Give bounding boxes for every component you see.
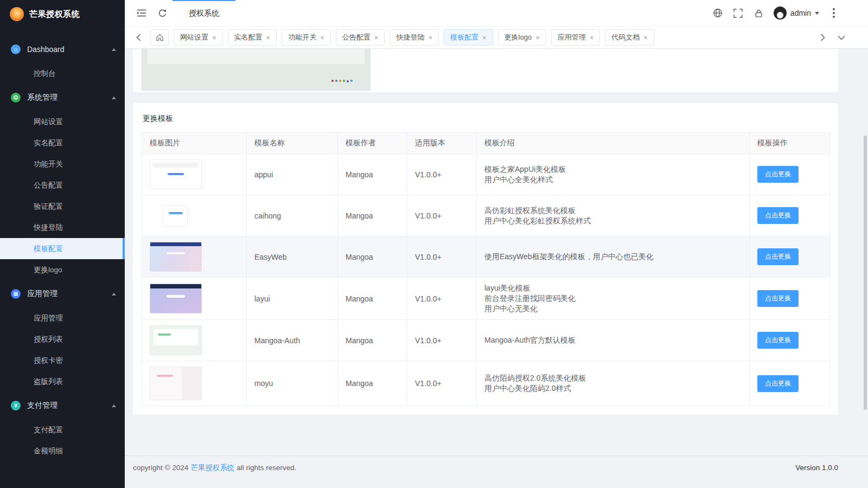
collapse-caret-icon (112, 404, 116, 407)
template-author: Mangoa (338, 361, 407, 406)
close-icon[interactable]: × (535, 34, 540, 41)
template-thumbnail[interactable] (150, 284, 202, 313)
current-template-card (133, 49, 838, 92)
app-root: 芒果授权系统 Dashboard 控制台 系统管理 网站设置 实名配置 功能开关… (0, 0, 868, 488)
fullscreen-icon[interactable] (728, 0, 749, 26)
close-icon[interactable]: × (590, 34, 594, 41)
tab-realname-config[interactable]: 实名配置× (228, 29, 277, 46)
vertical-scrollbar[interactable] (864, 136, 867, 410)
tab-site-settings[interactable]: 网站设置× (174, 29, 223, 46)
template-author: Mangoa (338, 195, 407, 236)
main-column: 授权系统 admin (125, 0, 868, 488)
sidebar-item-auth-list[interactable]: 授权列表 (0, 329, 125, 350)
close-icon[interactable]: × (428, 34, 432, 41)
sidebar-item-site-settings[interactable]: 网站设置 (0, 111, 125, 132)
tab-label: 实名配置 (234, 33, 263, 42)
tab-label: 公告配置 (342, 33, 371, 42)
copyright-prefix: copyright © 2024 (133, 464, 188, 472)
sidebar-section-system[interactable]: 系统管理 (0, 84, 125, 111)
tab-template-config[interactable]: 模板配置× (444, 29, 493, 46)
template-thumbnail[interactable] (150, 159, 202, 189)
app-title: 芒果授权系统 (29, 9, 80, 20)
template-name: appui (247, 154, 338, 195)
sidebar-section-label: Dashboard (27, 45, 112, 54)
close-icon[interactable]: × (266, 34, 271, 41)
language-globe-icon[interactable] (707, 0, 728, 26)
version-label: Version 1.0.0 (795, 464, 838, 472)
sidebar-item-announcement-config[interactable]: 公告配置 (0, 175, 125, 196)
sidebar-item-pay-config[interactable]: 支付配置 (0, 419, 125, 440)
tab-change-logo[interactable]: 更换logo× (498, 29, 546, 46)
sidebar-section-payment[interactable]: 支付管理 (0, 392, 125, 419)
tab-bar: 网站设置× 实名配置× 功能开关× 公告配置× 快捷登陆× 模板配置× 更换lo… (125, 26, 868, 49)
tab-announcement-config[interactable]: 公告配置× (336, 29, 385, 46)
template-thumbnail[interactable] (150, 242, 202, 272)
footer: copyright © 2024芒果授权系统all rights reserve… (125, 455, 868, 479)
close-icon[interactable]: × (212, 34, 216, 41)
col-header-author: 模板作者 (338, 133, 407, 154)
template-intro: Mangoa-Auth官方默认模板 (477, 320, 750, 361)
sidebar-item-feature-switch[interactable]: 功能开关 (0, 153, 125, 175)
template-version: V1.0.0+ (407, 154, 477, 195)
template-thumbnail[interactable] (163, 205, 188, 227)
sidebar-item-realname-config[interactable]: 实名配置 (0, 132, 125, 153)
brand-link[interactable]: 芒果授权系统 (190, 464, 234, 472)
change-template-button[interactable]: 点击更换 (757, 248, 799, 265)
more-options-icon[interactable] (824, 0, 844, 26)
table-row: moyu Mangoa V1.0.0+ 高仿陌屿授权2.0系统美化模板 用户中心… (142, 361, 830, 406)
template-name: layui (247, 278, 338, 320)
sidebar-section-label: 应用管理 (27, 289, 112, 299)
gear-icon (11, 93, 21, 102)
tab-code-docs[interactable]: 代码文档× (605, 29, 654, 46)
home-tab-icon[interactable] (150, 29, 169, 46)
template-name: caihong (247, 195, 338, 236)
tab-feature-switch[interactable]: 功能开关× (282, 29, 331, 46)
col-header-name: 模板名称 (247, 133, 338, 154)
sidebar-section-dashboard[interactable]: Dashboard (0, 36, 125, 63)
change-template-button[interactable]: 点击更换 (757, 207, 799, 224)
chevron-down-icon (815, 12, 819, 15)
sidebar-item-console[interactable]: 控制台 (0, 63, 125, 84)
sidebar-item-captcha-config[interactable]: 验证配置 (0, 196, 125, 217)
sidebar-item-app-manage[interactable]: 应用管理 (0, 307, 125, 329)
topbar-active-tab[interactable]: 授权系统 (173, 0, 235, 26)
sidebar-item-quick-login[interactable]: 快捷登陆 (0, 217, 125, 238)
sidebar-fold-icon[interactable] (131, 0, 152, 26)
sidebar-section-label: 支付管理 (27, 401, 112, 410)
tabs-scroll-left-icon[interactable] (131, 30, 145, 45)
template-version: V1.0.0+ (407, 236, 477, 278)
template-thumbnail[interactable] (150, 325, 202, 355)
template-thumbnail[interactable] (150, 367, 202, 400)
sidebar-section-apps[interactable]: 应用管理 (0, 280, 125, 307)
dashboard-icon (11, 44, 21, 54)
table-row: appui Mangoa V1.0.0+ 模板之家AppUi美化模板 用户中心全… (142, 154, 830, 195)
close-icon[interactable]: × (482, 34, 487, 41)
current-template-preview-image (142, 49, 371, 91)
lock-icon[interactable] (749, 0, 769, 26)
sidebar-item-change-logo[interactable]: 更换logo (0, 259, 125, 280)
template-version: V1.0.0+ (407, 195, 477, 236)
close-icon[interactable]: × (320, 34, 324, 41)
sidebar-section-label: 系统管理 (27, 93, 112, 102)
close-icon[interactable]: × (374, 34, 379, 41)
change-template-button[interactable]: 点击更换 (757, 375, 799, 392)
change-template-button[interactable]: 点击更换 (757, 290, 799, 307)
sidebar-item-pirate-list[interactable]: 盗版列表 (0, 371, 125, 392)
template-table: 模板图片 模板名称 模板作者 适用版本 模板介绍 模板操作 appui Man (142, 132, 830, 406)
user-menu[interactable]: admin (769, 0, 824, 26)
tabs-scroll-right-icon[interactable] (815, 30, 829, 45)
sidebar-item-amount-detail[interactable]: 金额明细 (0, 440, 125, 461)
refresh-icon[interactable] (152, 0, 173, 26)
sidebar-item-template-config[interactable]: 模板配置 (0, 238, 125, 259)
apps-icon (11, 289, 21, 299)
close-icon[interactable]: × (643, 34, 648, 41)
sidebar-item-auth-card[interactable]: 授权卡密 (0, 350, 125, 371)
template-intro: 高仿彩虹授权系统美化模板 用户中心美化彩虹授权系统样式 (477, 195, 750, 236)
tab-app-manage[interactable]: 应用管理× (551, 29, 601, 46)
main-content: 更换模板 模板图片 模板名称 模板作者 适用版本 模板介绍 模板操作 (125, 49, 868, 455)
change-template-button[interactable]: 点击更换 (757, 166, 799, 183)
tab-quick-login[interactable]: 快捷登陆× (390, 29, 439, 46)
col-header-image: 模板图片 (142, 133, 247, 154)
tabs-menu-chevron-down-icon[interactable] (834, 30, 848, 45)
change-template-button[interactable]: 点击更换 (757, 332, 799, 349)
